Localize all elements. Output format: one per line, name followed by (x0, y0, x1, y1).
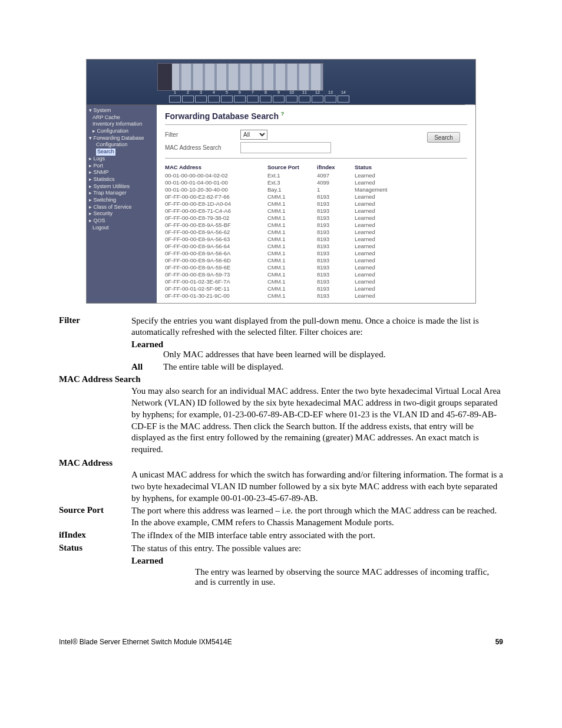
slot-box[interactable] (247, 95, 259, 103)
table-row: 0F-FF-00-00-E8-71-C4-A6CMM.18193Learned (165, 207, 467, 215)
mac-search-label: MAC Address Search (165, 144, 240, 151)
slot-box[interactable] (195, 95, 207, 103)
nav-inventory[interactable]: Inventory Information (88, 121, 156, 128)
subterm-learned: Learned (131, 340, 503, 350)
slot-boxes (169, 95, 349, 103)
footer-page-number: 59 (495, 638, 503, 646)
nav-security[interactable]: ▸ Security (88, 210, 156, 218)
nav-cos[interactable]: ▸ Class of Service (88, 204, 156, 211)
nav-qos[interactable]: ▸ QOS (88, 218, 156, 225)
subbody-all: The entire table will be displayed. (163, 362, 503, 372)
nav-logs[interactable]: ▸ Logs (88, 156, 156, 163)
body-mac-search: You may also search for an individual MA… (131, 386, 503, 456)
term-mac-search: MAC Address Search (59, 374, 141, 384)
filter-select[interactable]: All (240, 130, 267, 140)
subterm-status-learned: Learned (131, 556, 503, 566)
app-screenshot: 1234567891011121314 ▲ ▼ ▾ System ARP Cac… (86, 59, 476, 304)
mac-search-input[interactable] (240, 142, 331, 153)
slot-number: 13 (325, 90, 336, 94)
term-status: Status (59, 543, 131, 555)
nav-fdb-conf[interactable]: Configuration (88, 141, 156, 149)
nav-configuration[interactable]: ▸ Configuration (88, 128, 156, 135)
slot-box[interactable] (234, 95, 246, 103)
page-footer: Intel® Blade Server Ethernet Switch Modu… (59, 638, 503, 646)
table-row: 0F-FF-00-00-E2-82-F7-66CMM.18193Learned (165, 193, 467, 200)
slot-box[interactable] (312, 95, 323, 103)
table-row: 0F-FF-00-01-30-21-9C-00CMM.18193Learned (165, 292, 467, 299)
slot-box[interactable] (299, 95, 310, 103)
search-button[interactable]: Search (427, 132, 460, 143)
col-ifindex: ifIndex (317, 163, 355, 172)
filter-label: Filter (165, 131, 240, 138)
table-row: 0F-FF-00-00-E8-1D-A0-04CMM.18193Learned (165, 200, 467, 207)
slot-box[interactable] (273, 95, 285, 103)
panel-title: Forwarding Database Search ? (165, 111, 467, 121)
table-row: 0F-FF-00-00-E8-9A-59-73CMM.18193Learned (165, 271, 467, 278)
body-ifindex: The ifIndex of the MIB interface table e… (131, 530, 503, 542)
chassis-header: 1234567891011121314 (87, 60, 475, 105)
help-icon[interactable]: ? (281, 111, 285, 117)
body-mac-address: A unicast MAC address for which the swit… (131, 469, 503, 504)
slot-number: 12 (312, 90, 323, 94)
slot-number: 7 (247, 90, 259, 94)
slot-box[interactable] (208, 95, 220, 103)
slot-number: 10 (286, 90, 297, 94)
table-row: 0F-FF-00-01-02-3E-6F-7ACMM.18193Learned (165, 278, 467, 285)
nav-arp-cache[interactable]: ARP Cache (88, 114, 156, 121)
body-source-port: The port where this address was learned … (131, 505, 503, 529)
body-status: The status of this entry. The possible v… (131, 543, 503, 555)
table-row: 0F-FF-00-00-E8-9A-59-6ECMM.18193Learned (165, 264, 467, 271)
slot-number: 5 (221, 90, 233, 94)
nav-fdb-search[interactable]: Search (88, 149, 156, 156)
slot-box[interactable] (182, 95, 194, 103)
table-row: 0F-FF-00-00-E8-9A-56-63CMM.18193Learned (165, 236, 467, 243)
term-ifindex: ifIndex (59, 530, 131, 542)
slot-number: 8 (260, 90, 272, 94)
col-mac: MAC Address (165, 163, 267, 172)
slot-numbers: 1234567891011121314 (169, 90, 349, 94)
subbody-status-learned: The entry was learned by observing the s… (163, 567, 503, 587)
definitions: Filter Specify the entries you want disp… (59, 315, 503, 587)
table-row: 0F-FF-00-00-E8-9A-56-6DCMM.18193Learned (165, 257, 467, 264)
slot-box[interactable] (169, 95, 181, 103)
slot-box[interactable] (338, 95, 349, 103)
slot-number: 6 (234, 90, 246, 94)
nav-statistics[interactable]: ▸ Statistics (88, 176, 156, 183)
body-filter: Specify the entries you want displayed f… (131, 315, 503, 339)
nav-fdb[interactable]: ▾ Forwarding Database (88, 135, 156, 142)
slot-number: 14 (338, 90, 349, 94)
table-row: 0F-FF-00-00-E8-9A-56-64CMM.18193Learned (165, 243, 467, 250)
table-row: 0F-FF-00-00-E8-9A-56-6ACMM.18193Learned (165, 250, 467, 257)
slot-number: 11 (299, 90, 310, 94)
subterm-all: All (131, 362, 163, 372)
slot-number: 1 (169, 90, 181, 94)
slot-number: 9 (273, 90, 285, 94)
nav-switching[interactable]: ▸ Switching (88, 197, 156, 204)
slot-number: 4 (208, 90, 220, 94)
table-row: 00-01-00-10-20-30-40-00Bay.11Management (165, 186, 467, 193)
slot-number: 2 (182, 90, 194, 94)
col-source-port: Source Port (267, 163, 317, 172)
slot-box[interactable] (221, 95, 233, 103)
slot-number: 3 (195, 90, 207, 94)
fdb-table: MAC Address Source Port ifIndex Status 0… (165, 163, 467, 299)
nav-sys-utilities[interactable]: ▸ System Utilities (88, 183, 156, 190)
nav-trap-manager[interactable]: ▸ Trap Manager (88, 190, 156, 197)
table-row: 0F-FF-00-01-02-5F-9E-11CMM.18193Learned (165, 285, 467, 292)
main-panel: Forwarding Database Search ? Filter All … (157, 105, 475, 303)
table-row: 0F-FF-00-00-E8-9A-56-62CMM.18193Learned (165, 229, 467, 236)
term-filter: Filter (59, 315, 131, 339)
nav-snmp[interactable]: ▸ SNMP (88, 169, 156, 176)
table-row: 0F-FF-00-00-E8-79-38-02CMM.18193Learned (165, 215, 467, 222)
subbody-learned: Only MAC addresses that have been learne… (163, 350, 503, 360)
nav-logout[interactable]: Logout (88, 225, 156, 232)
term-mac-address: MAC Address (59, 458, 131, 468)
slot-box[interactable] (286, 95, 297, 103)
slot-box[interactable] (325, 95, 336, 103)
col-status: Status (355, 163, 467, 172)
nav-sidebar: ▾ System ARP Cache Inventory Information… (87, 105, 157, 303)
chassis-graphic (157, 63, 323, 91)
nav-system[interactable]: ▾ System (88, 107, 156, 114)
nav-port[interactable]: ▸ Port (88, 163, 156, 170)
slot-box[interactable] (260, 95, 272, 103)
